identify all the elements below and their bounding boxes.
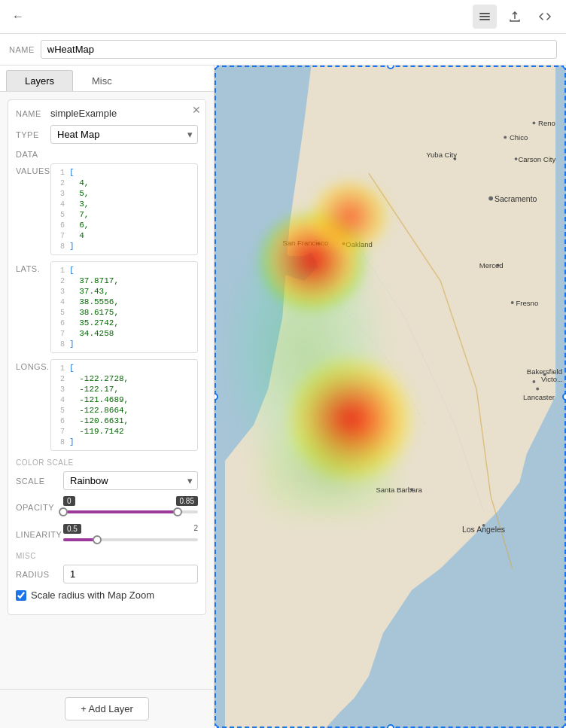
tab-layers[interactable]: Layers <box>6 70 73 91</box>
layer-name-label: NAME <box>16 109 44 118</box>
opacity-values: 0 0.85 <box>63 496 198 506</box>
svg-text:Yuba City: Yuba City <box>426 151 457 159</box>
layer-name-value: simpleExample <box>50 108 117 119</box>
layers-icon-button[interactable] <box>473 5 497 29</box>
svg-text:Sacramento: Sacramento <box>494 195 537 203</box>
layer-type-row: TYPE Heat Map ▾ <box>16 125 198 144</box>
linearity-slider-track[interactable] <box>63 535 198 544</box>
linearity-field-label: Linearity <box>16 530 57 539</box>
opacity-max-value: 0.85 <box>176 496 198 506</box>
svg-text:Los Angeles: Los Angeles <box>462 525 505 534</box>
layer-type-label: TYPE <box>16 130 44 139</box>
svg-rect-1 <box>479 16 490 17</box>
scale-select-wrapper[interactable]: Rainbow Hot Cool Viridis ▾ <box>63 471 198 490</box>
back-button[interactable]: ← <box>9 7 27 26</box>
svg-text:Carson City: Carson City <box>518 155 555 163</box>
left-panel: Layers Misc ✕ NAME simpleExample TYPE He <box>0 65 215 728</box>
linearity-max-value: 2 <box>193 524 198 534</box>
add-layer-bar: + Add Layer <box>0 689 214 728</box>
values-field: Values 1[ 2 4, 3 5, 4 3, 5 7, 6 6, 7 4 8… <box>16 163 198 255</box>
svg-point-6 <box>532 121 535 124</box>
lats-code-block[interactable]: 1[ 2 37.8717, 3 37.43, 4 38.5556, 5 38.6… <box>50 261 198 353</box>
map-area: Chico Reno Yuba City Carson City Sacrame… <box>215 65 566 728</box>
heatmap-spread-2 <box>260 427 395 517</box>
main-layout: Layers Misc ✕ NAME simpleExample TYPE He <box>0 65 566 728</box>
header: ← <box>0 0 566 34</box>
tabs-bar: Layers Misc <box>0 65 214 92</box>
svg-point-28 <box>536 388 539 391</box>
layer-type-select-wrapper[interactable]: Heat Map ▾ <box>50 125 198 144</box>
data-section-label: DATA <box>16 150 198 159</box>
svg-point-10 <box>515 157 518 160</box>
opacity-min-value: 0 <box>63 496 75 506</box>
panel-content: ✕ NAME simpleExample TYPE Heat Map ▾ <box>0 92 214 689</box>
longs-field: Longs. 1[ 2 -122.2728, 3 -122.17, 4 -121… <box>16 359 198 451</box>
lats-label: Lats. <box>16 261 44 273</box>
svg-text:Lancaster: Lancaster <box>523 393 555 401</box>
type-select-arrow: ▾ <box>183 129 197 140</box>
svg-text:Reno: Reno <box>538 119 555 127</box>
color-scale-section-label: COLOR SCALE <box>16 458 198 467</box>
code-icon-button[interactable] <box>533 5 557 29</box>
handle-mid-right[interactable] <box>562 393 566 401</box>
scale-radius-row: Scale radius with Map Zoom <box>16 589 198 601</box>
svg-text:Victo...: Victo... <box>541 375 563 383</box>
close-layer-button[interactable]: ✕ <box>192 105 201 115</box>
opacity-row: Opacity 0 0.85 <box>16 496 198 518</box>
svg-rect-0 <box>479 13 490 14</box>
opacity-field-label: Opacity <box>16 503 57 512</box>
name-bar: NAME <box>0 34 566 65</box>
handle-bottom-center[interactable] <box>387 724 394 728</box>
linearity-row: Linearity 0.5 2 <box>16 524 198 544</box>
radius-row: Radius <box>16 565 198 583</box>
svg-text:Merced: Merced <box>479 261 504 270</box>
radius-label: Radius <box>16 570 57 579</box>
svg-text:Chico: Chico <box>510 133 528 142</box>
layer-type-select[interactable]: Heat Map <box>51 126 183 143</box>
svg-rect-2 <box>479 19 490 20</box>
add-layer-button[interactable]: + Add Layer <box>65 697 149 720</box>
svg-point-12 <box>488 196 493 201</box>
linearity-min-badge: 0.5 <box>63 524 81 534</box>
misc-section-label: MISC <box>16 552 198 560</box>
lats-field: Lats. 1[ 2 37.8717, 3 37.43, 4 38.5556, … <box>16 261 198 353</box>
values-code-block[interactable]: 1[ 2 4, 3 5, 4 3, 5 7, 6 6, 7 4 8] <box>50 163 198 255</box>
scale-field-label: Scale <box>16 477 57 486</box>
svg-point-4 <box>504 136 507 139</box>
handle-bottom-right[interactable] <box>562 724 566 728</box>
longs-label: Longs. <box>16 359 44 371</box>
svg-point-22 <box>532 380 535 383</box>
tab-misc[interactable]: Misc <box>73 70 131 91</box>
svg-point-20 <box>511 301 514 304</box>
name-field-input[interactable] <box>41 40 557 59</box>
radius-input[interactable] <box>63 565 198 583</box>
opacity-slider-container: 0 0.85 <box>63 496 198 518</box>
data-section: DATA Values 1[ 2 4, 3 5, 4 3, 5 7, 6 6, … <box>16 150 198 451</box>
name-field-label: NAME <box>9 45 35 54</box>
scale-radius-checkbox[interactable] <box>16 590 26 601</box>
linearity-slider-container: 0.5 2 <box>63 524 198 544</box>
scale-select[interactable]: Rainbow Hot Cool Viridis <box>64 472 183 489</box>
layer-name-row: NAME simpleExample <box>16 108 198 119</box>
export-icon-button[interactable] <box>503 5 527 29</box>
scale-row: Scale Rainbow Hot Cool Viridis ▾ <box>16 471 198 490</box>
linearity-values: 0.5 2 <box>63 524 198 534</box>
values-label: Values <box>16 163 44 175</box>
svg-text:Fresno: Fresno <box>516 299 539 307</box>
opacity-slider-track[interactable] <box>63 507 198 516</box>
longs-code-block[interactable]: 1[ 2 -122.2728, 3 -122.17, 4 -121.4689, … <box>50 359 198 451</box>
layer-card: ✕ NAME simpleExample TYPE Heat Map ▾ <box>8 99 206 615</box>
scale-radius-label[interactable]: Scale radius with Map Zoom <box>31 589 154 601</box>
